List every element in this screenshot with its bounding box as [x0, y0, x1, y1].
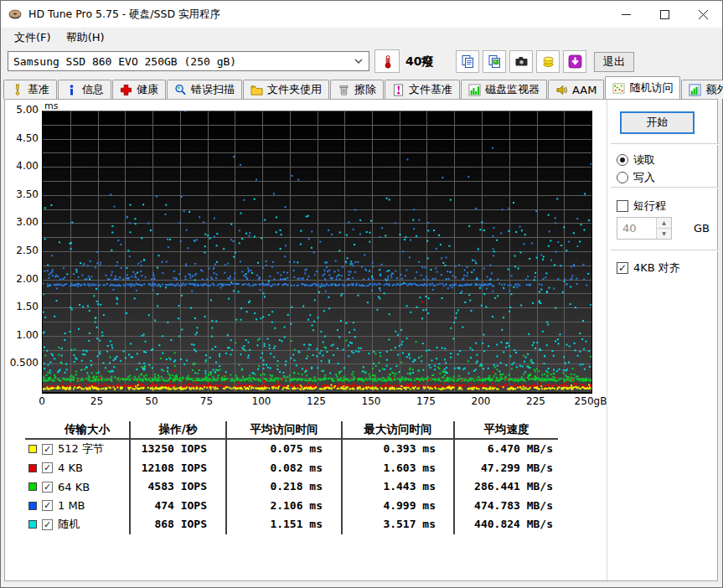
spinner-up-button[interactable]: ▲: [656, 218, 671, 229]
max-access-value: 0.393 ms: [343, 440, 455, 459]
max-access-value: 1.603 ms: [343, 459, 455, 478]
download-button[interactable]: [563, 50, 586, 73]
tab-benchmark[interactable]: 基准: [3, 80, 57, 99]
drive-select[interactable]: Samsung SSD 860 EVO 250GB (250 gB): [8, 51, 369, 71]
temperature-button[interactable]: [374, 49, 400, 73]
avg-speed-value: 474.783 MB/s: [455, 497, 558, 516]
series-checkbox[interactable]: ✓: [42, 444, 53, 455]
screenshot-button[interactable]: [509, 50, 533, 73]
magnifier-icon: [174, 84, 187, 96]
x-axis-tick-label: 225: [518, 395, 555, 407]
iops-value: 474 IOPS: [131, 497, 227, 516]
copy-image-icon: [488, 54, 502, 69]
exit-button[interactable]: 退出: [594, 52, 634, 72]
max-access-value: 1.443 ms: [343, 477, 455, 497]
tab-error-scan[interactable]: 错误扫描: [167, 80, 242, 99]
separator: [611, 143, 720, 145]
chevron-down-icon: [354, 56, 364, 66]
minimize-icon: [622, 10, 631, 19]
tab-info[interactable]: 信息: [58, 80, 111, 99]
benchmark-icon: [11, 84, 23, 96]
iops-value: 4583 IOPS: [131, 477, 227, 497]
menu-help[interactable]: 帮助(H): [59, 28, 112, 47]
spinner-down-button[interactable]: ▼: [656, 229, 671, 239]
series-checkbox[interactable]: ✓: [42, 462, 53, 473]
extra-tests-icon: [689, 84, 701, 96]
y-axis-tick-label: 5.00: [5, 104, 39, 116]
minimize-button[interactable]: [607, 2, 645, 28]
series-checkbox[interactable]: ✓: [42, 519, 53, 530]
coins-icon: [541, 54, 555, 69]
series-label: 64 KB: [58, 481, 90, 493]
save-button[interactable]: [536, 50, 560, 73]
panel-divider: [607, 100, 607, 580]
align-4kb-checkbox[interactable]: ✓: [617, 262, 628, 274]
bar-chart-icon: [468, 84, 481, 96]
y-axis-tick-label: 3.00: [5, 216, 39, 228]
write-radio-label: 写入: [633, 170, 655, 185]
download-icon: [568, 54, 582, 69]
file-benchmark-icon: [392, 84, 405, 96]
trash-icon: [338, 84, 350, 96]
close-icon: [699, 10, 708, 19]
x-axis-tick-label: 125: [298, 395, 335, 407]
tab-label: 擦除: [354, 82, 376, 97]
series-color-swatch: [28, 502, 37, 510]
tab-folder-usage[interactable]: 文件夹使用: [243, 80, 329, 99]
tab-extra-tests[interactable]: 额外测试: [681, 80, 723, 99]
table-row-legend: ✓ 1 MB: [25, 497, 131, 516]
series-checkbox[interactable]: ✓: [42, 500, 53, 511]
align-4kb-row[interactable]: ✓ 4KB 对齐: [617, 260, 680, 276]
start-button[interactable]: 开始: [620, 111, 695, 134]
avg-access-value: 0.082 ms: [227, 459, 343, 478]
x-axis-tick-label: 175: [408, 395, 445, 407]
read-radio-row[interactable]: 读取: [617, 152, 655, 168]
copy-image-button[interactable]: [483, 50, 506, 73]
max-access-value: 4.999 ms: [343, 497, 455, 516]
temperature-value: 40癈: [405, 54, 433, 70]
tab-label: 基准: [28, 82, 49, 97]
avg-access-value: 2.106 ms: [227, 497, 343, 516]
x-axis-tick-label: 25: [79, 395, 116, 407]
write-radio-row[interactable]: 写入: [617, 170, 655, 185]
series-label: 随机: [58, 517, 80, 532]
menu-bar: 文件(F) 帮助(H): [1, 28, 722, 47]
radio-dot: [620, 157, 625, 162]
tab-disk-monitor[interactable]: 磁盘监视器: [461, 80, 547, 99]
x-axis-tick-label: 0: [23, 395, 60, 407]
maximize-icon: [660, 10, 669, 19]
tab-random-access[interactable]: 随机访问: [605, 76, 680, 99]
health-icon: [120, 84, 132, 96]
app-window: HD Tune Pro 5.75 - 硬盘/SSD 实用程序 文件(F) 帮助(…: [0, 0, 723, 588]
tab-erase[interactable]: 擦除: [330, 80, 384, 99]
tab-bar: 基准 信息 健康 错误扫描 文件夹使用 擦除 文件基准 磁盘监视器: [1, 76, 722, 99]
title-bar: HD Tune Pro 5.75 - 硬盘/SSD 实用程序: [1, 1, 722, 28]
write-radio[interactable]: [617, 172, 628, 183]
series-label: 512 字节: [58, 441, 104, 456]
column-header: 平均速度: [455, 421, 558, 440]
copy-text-button[interactable]: [456, 50, 479, 73]
y-axis-tick-label: 2.00: [5, 273, 39, 285]
short-stroke-size-value: 40: [617, 218, 656, 239]
read-radio[interactable]: [617, 154, 628, 166]
menu-file[interactable]: 文件(F): [7, 28, 59, 47]
short-stroke-size-spinner[interactable]: 40 ▲ ▼: [617, 217, 672, 240]
series-checkbox[interactable]: ✓: [42, 482, 53, 493]
tab-health[interactable]: 健康: [112, 80, 166, 99]
chart-canvas: [42, 111, 592, 394]
info-icon: [65, 84, 78, 96]
short-stroke-checkbox[interactable]: [617, 200, 628, 212]
x-axis-tick-label: 75: [188, 395, 225, 407]
tab-aam[interactable]: AAM: [548, 80, 604, 99]
maximize-button[interactable]: [645, 2, 684, 28]
series-label: 4 KB: [58, 462, 83, 474]
avg-speed-value: 440.824 MB/s: [455, 515, 558, 534]
x-axis-tick-label: 250gB: [572, 395, 609, 407]
folder-icon: [250, 84, 263, 96]
y-axis-tick-label: 3.50: [5, 188, 39, 200]
short-stroke-row[interactable]: 短行程: [617, 199, 666, 214]
close-button[interactable]: [684, 2, 722, 28]
column-header: 传输大小: [25, 421, 131, 440]
tab-file-benchmark[interactable]: 文件基准: [385, 80, 460, 99]
avg-access-value: 1.151 ms: [227, 515, 343, 534]
